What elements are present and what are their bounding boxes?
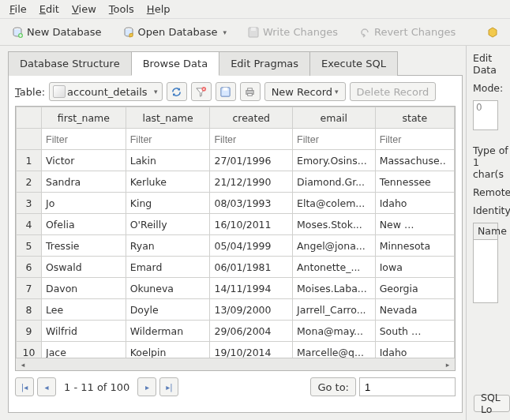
filter-first-name[interactable]	[46, 134, 122, 145]
cell-first-name[interactable]: Oswald	[42, 257, 126, 278]
cell-email[interactable]: Diamond.Gr...	[293, 171, 376, 193]
cell-last-name[interactable]: King	[126, 193, 210, 214]
remote-list[interactable]	[473, 240, 498, 303]
open-database-button[interactable]: Open Database ▾	[118, 23, 231, 42]
scroll-left-icon[interactable]: ◂	[17, 360, 28, 369]
row-number[interactable]: 2	[17, 171, 42, 193]
edit-cell-value[interactable]: 0	[473, 100, 498, 130]
cell-created[interactable]: 05/04/1999	[210, 235, 293, 257]
cell-last-name[interactable]: Kerluke	[126, 171, 210, 193]
menu-view[interactable]: View	[66, 2, 103, 17]
cell-email[interactable]: Moses.Stok...	[293, 214, 376, 235]
horizontal-scrollbar[interactable]: ◂ ▸	[16, 358, 455, 370]
pager-last[interactable]: ▸|	[159, 377, 178, 396]
cell-created[interactable]: 06/01/1981	[210, 257, 293, 278]
table-row[interactable]: 6 Oswald Emard 06/01/1981 Antonette_... …	[17, 257, 455, 278]
print-button[interactable]	[240, 82, 261, 101]
tab-browse-data[interactable]: Browse Data	[131, 51, 220, 76]
open-database-dropdown-icon[interactable]: ▾	[223, 28, 227, 36]
menu-tools[interactable]: Tools	[103, 2, 141, 17]
cell-first-name[interactable]: Wilfrid	[42, 321, 126, 342]
row-number[interactable]: 6	[17, 257, 42, 278]
menu-file[interactable]: File	[3, 2, 33, 17]
col-state[interactable]: state	[375, 107, 454, 129]
cell-first-name[interactable]: Victor	[42, 150, 126, 171]
cell-last-name[interactable]: Emard	[126, 257, 210, 278]
cell-first-name[interactable]: Davon	[42, 278, 126, 299]
cell-state[interactable]: Iowa	[375, 257, 454, 278]
row-number[interactable]: 4	[17, 214, 42, 235]
scroll-right-icon[interactable]: ▸	[442, 360, 453, 369]
tab-execute-sql[interactable]: Execute SQL	[309, 51, 398, 76]
cell-first-name[interactable]: Lee	[42, 299, 126, 321]
table-row[interactable]: 2 Sandra Kerluke 21/12/1990 Diamond.Gr..…	[17, 171, 455, 193]
cell-created[interactable]: 16/10/2011	[210, 214, 293, 235]
cell-created[interactable]: 13/09/2000	[210, 299, 293, 321]
toolbar-overflow[interactable]	[482, 23, 504, 42]
pager-first[interactable]: |◂	[15, 377, 34, 396]
cell-state[interactable]: Idaho	[375, 193, 454, 214]
cell-last-name[interactable]: Okuneva	[126, 278, 210, 299]
cell-created[interactable]: 14/11/1994	[210, 278, 293, 299]
cell-state[interactable]: South …	[375, 321, 454, 342]
tab-database-structure[interactable]: Database Structure	[8, 51, 132, 76]
row-number[interactable]: 3	[17, 193, 42, 214]
remote-name-header[interactable]: Name	[473, 223, 498, 240]
table-row[interactable]: 4 Ofelia O'Reilly 16/10/2011 Moses.Stok.…	[17, 214, 455, 235]
table-row[interactable]: 3 Jo King 08/03/1993 Elta@colem... Idaho	[17, 193, 455, 214]
table-row[interactable]: 8 Lee Doyle 13/09/2000 Jarrell_Carro... …	[17, 299, 455, 321]
cell-first-name[interactable]: Ofelia	[42, 214, 126, 235]
cell-email[interactable]: Jarrell_Carro...	[293, 299, 376, 321]
pager-next[interactable]: ▸	[137, 377, 156, 396]
cell-last-name[interactable]: Ryan	[126, 235, 210, 257]
refresh-button[interactable]	[167, 82, 187, 101]
cell-email[interactable]: Elta@colem...	[293, 193, 376, 214]
goto-button[interactable]: Go to:	[310, 377, 356, 396]
save-table-button[interactable]	[216, 82, 236, 101]
cell-email[interactable]: Moises.Laba...	[293, 278, 376, 299]
row-number[interactable]: 9	[17, 321, 42, 342]
cell-last-name[interactable]: Doyle	[126, 299, 210, 321]
table-row[interactable]: 9 Wilfrid Wilderman 29/06/2004 Mona@may.…	[17, 321, 455, 342]
new-database-button[interactable]: New Database	[6, 23, 107, 42]
cell-email[interactable]: Mona@may...	[293, 321, 376, 342]
cell-state[interactable]: New …	[375, 214, 454, 235]
col-email[interactable]: email	[293, 107, 376, 129]
cell-email[interactable]: Emory.Osins...	[293, 150, 376, 171]
goto-input[interactable]	[359, 377, 456, 396]
table-row[interactable]: 1 Victor Lakin 27/01/1996 Emory.Osins...…	[17, 150, 455, 171]
cell-first-name[interactable]: Tressie	[42, 235, 126, 257]
row-number[interactable]: 7	[17, 278, 42, 299]
col-last-name[interactable]: last_name	[126, 107, 210, 129]
new-record-button[interactable]: New Record▾	[264, 82, 346, 101]
col-first-name[interactable]: first_name	[42, 107, 126, 129]
cell-created[interactable]: 21/12/1990	[210, 171, 293, 193]
cell-state[interactable]: Nevada	[375, 299, 454, 321]
filter-email[interactable]	[297, 134, 371, 145]
table-row[interactable]: 5 Tressie Ryan 05/04/1999 Angel@jona... …	[17, 235, 455, 257]
menu-edit[interactable]: Edit	[33, 2, 66, 17]
cell-state[interactable]: Minnesota	[375, 235, 454, 257]
cell-created[interactable]: 08/03/1993	[210, 193, 293, 214]
cell-email[interactable]: Antonette_...	[293, 257, 376, 278]
tab-edit-pragmas[interactable]: Edit Pragmas	[219, 51, 310, 76]
table-select[interactable]: account_details	[49, 82, 163, 101]
cell-last-name[interactable]: O'Reilly	[126, 214, 210, 235]
col-created[interactable]: created	[210, 107, 293, 129]
cell-state[interactable]: Massachuse..	[375, 150, 454, 171]
row-number[interactable]: 1	[17, 150, 42, 171]
data-grid[interactable]: first_name last_name created email state	[15, 106, 456, 371]
filter-last-name[interactable]	[130, 134, 206, 145]
sql-log-button[interactable]: SQL Lo	[474, 395, 510, 412]
cell-first-name[interactable]: Sandra	[42, 171, 126, 193]
cell-first-name[interactable]: Jo	[42, 193, 126, 214]
filter-created[interactable]	[214, 134, 288, 145]
row-number[interactable]: 8	[17, 299, 42, 321]
cell-last-name[interactable]: Wilderman	[126, 321, 210, 342]
cell-email[interactable]: Angel@jona...	[293, 235, 376, 257]
menu-help[interactable]: Help	[141, 2, 177, 17]
cell-state[interactable]: Georgia	[375, 278, 454, 299]
filter-state[interactable]	[380, 134, 450, 145]
table-row[interactable]: 7 Davon Okuneva 14/11/1994 Moises.Laba..…	[17, 278, 455, 299]
pager-prev[interactable]: ◂	[37, 377, 56, 396]
